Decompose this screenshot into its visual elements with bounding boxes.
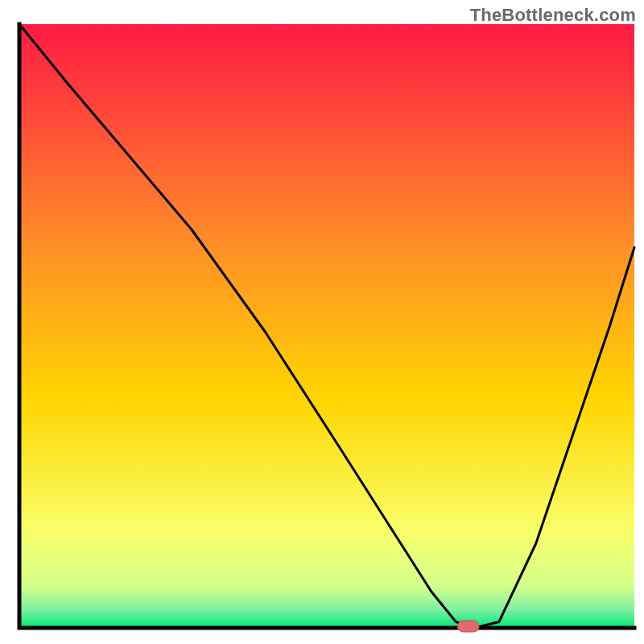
svg-rect-0 xyxy=(19,24,634,628)
bottleneck-chart xyxy=(0,0,644,644)
chart-container: TheBottleneck.com xyxy=(0,0,644,644)
optimal-marker xyxy=(457,621,479,632)
